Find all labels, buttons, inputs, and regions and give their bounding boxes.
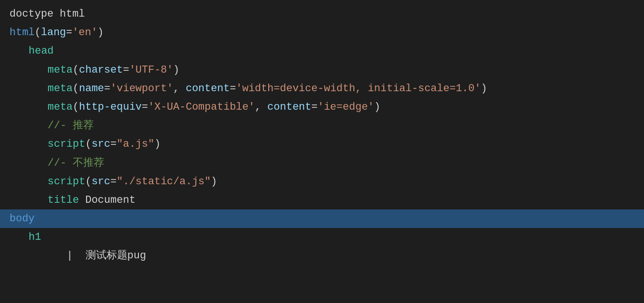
line-script-static: script(src="./static/a.js"): [0, 172, 644, 191]
line-meta-http-equiv: meta(http-equiv='X-UA-Compatible', conte…: [0, 98, 644, 116]
line-head: head: [0, 42, 644, 60]
line-h1: h1: [0, 228, 644, 246]
line-body: body: [0, 209, 644, 228]
line-comment-recommended: //- 推荐: [0, 116, 644, 135]
line-comment-not-recommended: //- 不推荐: [0, 154, 644, 172]
line-meta-charset: meta(charset='UTF-8'): [0, 61, 644, 79]
token-body: body: [10, 210, 35, 227]
line-html: html(lang='en'): [0, 23, 644, 42]
code-editor: doctype html html(lang='en') head meta(c…: [0, 0, 644, 303]
token-html-tag: html: [10, 24, 35, 41]
line-doctype: doctype html: [0, 5, 644, 23]
line-pipe-text: | 测试标题pug: [0, 246, 644, 265]
line-title: title Document: [0, 191, 644, 209]
line-script-a: script(src="a.js"): [0, 135, 644, 153]
token-doctype: doctype html: [10, 6, 85, 22]
line-meta-viewport: meta(name='viewport', content='width=dev…: [0, 79, 644, 98]
token-head: head: [29, 43, 54, 59]
